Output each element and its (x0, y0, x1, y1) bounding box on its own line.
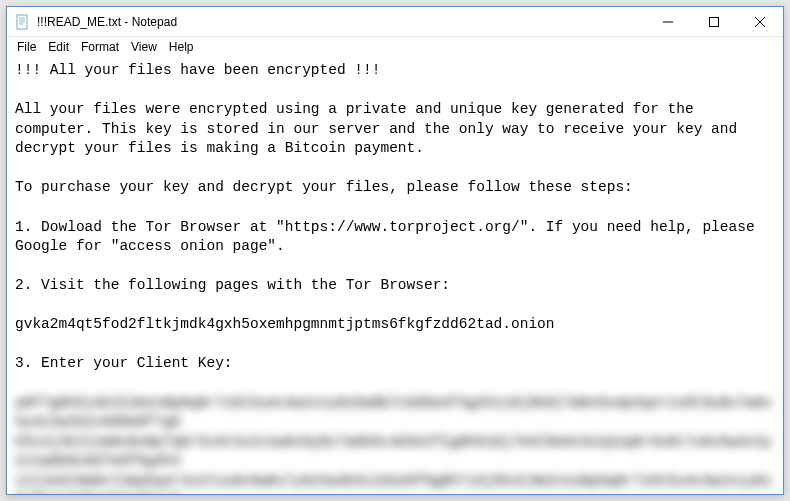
close-button[interactable] (737, 7, 783, 36)
window-controls (645, 7, 783, 36)
titlebar[interactable]: !!!READ_ME.txt - Notepad (7, 7, 783, 37)
notepad-window: !!!READ_ME.txt - Notepad File Edit Forma… (6, 6, 784, 495)
blurred-line: a8f7g6h5j4k3l2m1n0p9q8r7s6t5u4v3w2x1y0z9… (15, 395, 772, 431)
maximize-button[interactable] (691, 7, 737, 36)
text-line: gvka2m4qt5fod2fltkjmdk4gxh5oxemhpgmnmtjp… (15, 316, 555, 332)
menu-format[interactable]: Format (75, 38, 125, 56)
blurred-line: h5i4j3k2l1m0n9o8p7q6r5s4t3u2v1w0x9y8z7a6… (15, 434, 772, 470)
menu-view[interactable]: View (125, 38, 163, 56)
blurred-key-text: a8f7g6h5j4k3l2m1n0p9q8r7s6t5u4v3w2x1y0z9… (15, 395, 772, 494)
menu-edit[interactable]: Edit (42, 38, 75, 56)
text-line: To purchase your key and decrypt your fi… (15, 179, 633, 195)
minimize-button[interactable] (645, 7, 691, 36)
window-title: !!!READ_ME.txt - Notepad (37, 15, 645, 29)
menu-file[interactable]: File (11, 38, 42, 56)
svg-rect-6 (710, 17, 719, 26)
text-area[interactable]: !!! All your files have been encrypted !… (7, 57, 783, 494)
text-line: 2. Visit the following pages with the To… (15, 277, 450, 293)
menu-help[interactable]: Help (163, 38, 200, 56)
menubar: File Edit Format View Help (7, 37, 783, 57)
text-line: 3. Enter your Client Key: (15, 355, 233, 371)
blurred-line: i2j1k0l9m8n7o6p5q4r3s2t1u0v9w8x7y6z5a4b3… (15, 473, 772, 494)
notepad-icon (15, 14, 31, 30)
text-line: All your files were encrypted using a pr… (15, 101, 746, 156)
text-line: 1. Dowload the Tor Browser at "https://w… (15, 219, 763, 255)
text-line: !!! All your files have been encrypted !… (15, 62, 380, 78)
